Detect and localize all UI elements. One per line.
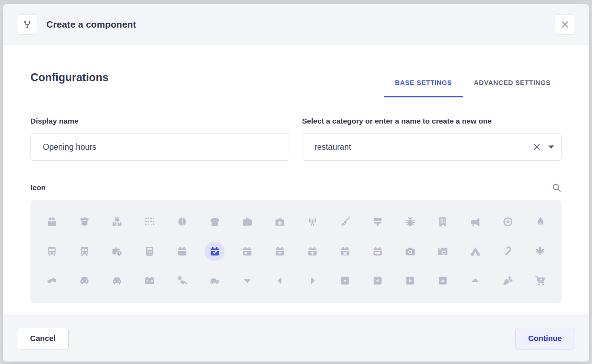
carrot-icon[interactable] (491, 266, 524, 295)
category-input[interactable] (302, 133, 561, 160)
car-icon[interactable] (68, 266, 101, 295)
camera-retro-icon[interactable] (426, 237, 459, 266)
calendar-times-icon[interactable] (329, 237, 361, 266)
tab-advanced-settings[interactable]: ADVANCED SETTINGS (463, 79, 562, 97)
car-side-icon[interactable] (198, 266, 231, 295)
box-open-icon[interactable] (68, 207, 101, 237)
car-battery-icon[interactable] (133, 266, 166, 295)
icon-picker-header: Icon (30, 183, 562, 193)
cancel-button[interactable]: Cancel (17, 328, 69, 349)
modal-title: Create a component (46, 19, 136, 30)
section-title: Configurations (30, 71, 108, 97)
brush-icon[interactable] (361, 207, 394, 237)
calendar-plus-icon[interactable] (296, 237, 329, 266)
brain-icon[interactable] (166, 207, 198, 237)
calendar-icon[interactable] (166, 237, 198, 266)
capsules-icon[interactable] (35, 266, 68, 295)
building-icon[interactable] (426, 207, 459, 237)
caret-down-icon[interactable] (548, 146, 554, 149)
magnifier-icon[interactable] (552, 183, 562, 193)
calendar-minus-icon[interactable] (263, 237, 296, 266)
car-crash-icon[interactable] (166, 266, 198, 295)
caret-square-left-icon[interactable] (361, 266, 394, 295)
broadcast-tower-icon[interactable] (296, 207, 329, 237)
form-row: Display name Select a category or enter … (30, 117, 562, 161)
bullhorn-icon[interactable] (459, 207, 491, 237)
component-branch-icon (17, 15, 37, 35)
caret-up-icon[interactable] (459, 266, 491, 295)
camera-icon[interactable] (394, 237, 426, 266)
calculator-icon[interactable] (133, 237, 166, 266)
category-field-group: Select a category or enter a name to cre… (302, 117, 562, 161)
continue-button[interactable]: Continue (515, 328, 575, 349)
briefcase-icon[interactable] (231, 207, 263, 237)
icon-label: Icon (30, 183, 46, 192)
broom-icon[interactable] (329, 207, 361, 237)
modal-body: Configurations BASE SETTINGS ADVANCED SE… (3, 45, 589, 315)
settings-tabs: BASE SETTINGS ADVANCED SETTINGS (384, 79, 562, 97)
display-name-input[interactable] (31, 133, 290, 160)
car-alt-icon[interactable] (101, 266, 133, 295)
bullseye-icon[interactable] (491, 207, 524, 237)
bug-icon[interactable] (394, 207, 426, 237)
caret-square-down-icon[interactable] (329, 266, 361, 295)
close-button[interactable] (555, 15, 575, 35)
box-icon[interactable] (35, 207, 68, 237)
cannabis-icon[interactable] (524, 237, 557, 266)
calendar-check-icon[interactable] (198, 237, 231, 266)
caret-down-icon[interactable] (231, 266, 263, 295)
calendar-day-icon[interactable] (231, 237, 263, 266)
boxes-icon[interactable] (101, 207, 133, 237)
cart-plus-icon[interactable] (524, 266, 557, 295)
briefcase-medical-icon[interactable] (263, 207, 296, 237)
campground-icon[interactable] (459, 237, 491, 266)
caret-square-up-icon[interactable] (426, 266, 459, 295)
display-name-field-group: Display name (30, 117, 290, 161)
modal-footer: Cancel Continue (3, 315, 589, 362)
candy-cane-icon[interactable] (491, 237, 524, 266)
tab-base-settings[interactable]: BASE SETTINGS (384, 79, 463, 97)
caret-left-icon[interactable] (263, 266, 296, 295)
display-name-input-wrap (30, 133, 290, 161)
create-component-modal: Create a component Configurations BASE S… (3, 4, 589, 362)
bus-icon[interactable] (35, 237, 68, 266)
category-label: Select a category or enter a name to cre… (302, 117, 562, 125)
bus-alt-icon[interactable] (68, 237, 101, 266)
burn-icon[interactable] (524, 207, 557, 237)
calendar-week-icon[interactable] (361, 237, 394, 266)
bread-slice-icon[interactable] (198, 207, 231, 237)
icon-grid (30, 200, 562, 303)
business-time-icon[interactable] (101, 237, 133, 266)
caret-right-icon[interactable] (296, 266, 329, 295)
display-name-label: Display name (30, 117, 290, 125)
braille-icon[interactable] (133, 207, 166, 237)
caret-square-right-icon[interactable] (394, 266, 426, 295)
configurations-header-row: Configurations BASE SETTINGS ADVANCED SE… (30, 71, 562, 97)
x-icon (560, 20, 570, 29)
clear-category-icon[interactable] (532, 142, 541, 152)
category-select-wrap (302, 133, 562, 161)
modal-header: Create a component (3, 4, 589, 45)
